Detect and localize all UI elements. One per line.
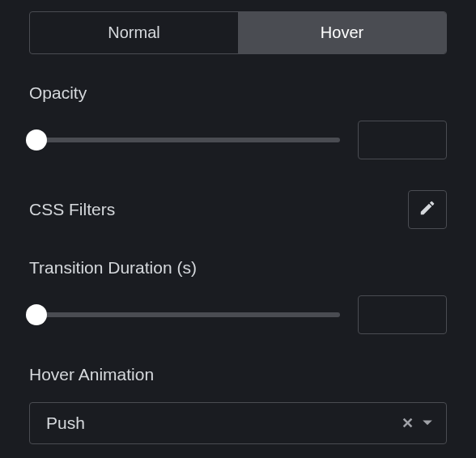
pencil-icon [419, 199, 436, 220]
transition-duration-slider[interactable] [29, 305, 340, 324]
opacity-slider-thumb[interactable] [26, 129, 47, 151]
transition-duration-row [29, 295, 447, 334]
opacity-row [29, 121, 447, 159]
opacity-slider-track [29, 138, 340, 142]
state-tabs: Normal Hover [29, 11, 447, 54]
caret-down-icon [422, 416, 433, 430]
opacity-input[interactable] [358, 121, 447, 159]
css-filters-row: CSS Filters [29, 190, 447, 229]
transition-duration-slider-track [29, 312, 340, 317]
clear-icon[interactable]: ✕ [402, 414, 414, 432]
tab-hover[interactable]: Hover [238, 12, 446, 53]
hover-animation-value: Push [46, 413, 85, 433]
transition-duration-input[interactable] [358, 295, 447, 334]
transition-duration-label: Transition Duration (s) [29, 258, 447, 278]
hover-animation-select[interactable]: Push ✕ [29, 402, 447, 444]
opacity-label: Opacity [29, 83, 447, 103]
css-filters-edit-button[interactable] [408, 190, 447, 229]
css-filters-label: CSS Filters [29, 200, 115, 219]
select-icons: ✕ [402, 414, 433, 432]
opacity-slider[interactable] [29, 130, 340, 150]
transition-duration-slider-thumb[interactable] [26, 304, 47, 325]
tab-normal[interactable]: Normal [30, 12, 238, 53]
hover-animation-label: Hover Animation [29, 365, 447, 384]
